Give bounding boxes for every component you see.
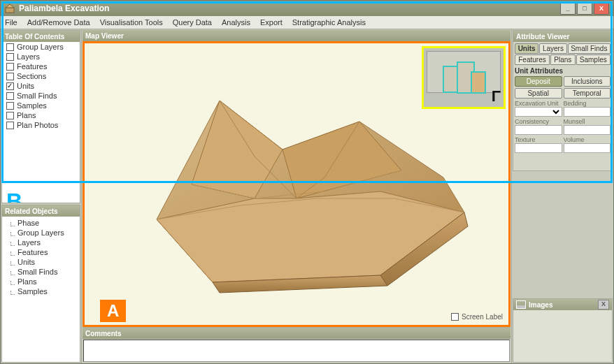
overview-extent-box <box>443 66 458 93</box>
map-viewer-canvas[interactable]: Γ Screen Label A <box>83 41 511 327</box>
attribute-buttons-row2: SpatialTemporal <box>515 88 611 99</box>
tab-plans[interactable]: Plans <box>550 54 576 65</box>
toc-item-label: Plan Photos <box>17 121 58 129</box>
app-icon <box>5 3 15 13</box>
field-excavation-unit: Excavation Unit <box>515 100 562 117</box>
checkbox-icon[interactable] <box>6 122 14 129</box>
related-header: Related Objects <box>2 205 80 217</box>
images-header: Images X <box>513 299 612 310</box>
close-button[interactable]: X <box>594 2 609 15</box>
tab-samples[interactable]: Samples <box>576 54 611 65</box>
menu-bar: File Add/Remove Data Visualisation Tools… <box>1 16 613 29</box>
related-item[interactable]: Small Finds <box>3 267 78 277</box>
checkbox-icon[interactable] <box>6 43 14 51</box>
toc-item[interactable]: Plans <box>2 110 80 120</box>
toc-item[interactable]: Small Finds <box>2 91 80 101</box>
button-deposit[interactable]: Deposit <box>515 76 562 87</box>
checkbox-icon[interactable] <box>6 82 14 90</box>
label-consistency: Consistency <box>515 118 562 125</box>
toc-item-label: Sections <box>17 72 46 80</box>
checkbox-icon[interactable] <box>6 53 14 61</box>
checkbox-icon[interactable] <box>6 92 14 100</box>
button-spatial[interactable]: Spatial <box>515 88 562 99</box>
overview-extent-box <box>471 71 486 94</box>
menu-visualisation-tools[interactable]: Visualisation Tools <box>99 17 164 27</box>
toc-item[interactable]: Features <box>2 61 80 71</box>
maximize-button[interactable]: □ <box>577 2 592 15</box>
checkbox-icon[interactable] <box>6 73 14 80</box>
annotation-marker-G: Γ <box>492 87 501 105</box>
svg-marker-1 <box>6 4 14 8</box>
screen-label-checkbox[interactable] <box>451 313 459 321</box>
related-body[interactable]: PhaseGroup LayersLayersFeaturesUnitsSmal… <box>2 217 80 362</box>
toc-item[interactable]: Layers <box>2 52 80 61</box>
panel-related-objects: Related Objects PhaseGroup LayersLayersF… <box>1 205 80 363</box>
related-item[interactable]: Plans <box>3 277 78 286</box>
related-item[interactable]: Units <box>3 257 78 267</box>
right-column: Attribute Viewer UnitsLayersSmall Finds … <box>511 29 613 363</box>
toc-item-label: Plans <box>17 111 36 119</box>
checkbox-icon[interactable] <box>6 112 14 119</box>
screen-label-toggle[interactable]: Screen Label <box>451 313 503 321</box>
field-bedding: Bedding <box>564 100 611 117</box>
input-consistency[interactable] <box>515 125 562 135</box>
menu-analysis[interactable]: Analysis <box>220 17 252 27</box>
svg-rect-0 <box>6 8 14 13</box>
app-window: Paliambela Excavation _ □ X File Add/Rem… <box>0 0 614 364</box>
button-inclusions[interactable]: Inclusions <box>564 76 611 87</box>
checkbox-icon[interactable] <box>6 102 14 110</box>
tab-units[interactable]: Units <box>515 43 538 54</box>
related-item[interactable]: Samples <box>3 286 78 296</box>
tab-features[interactable]: Features <box>515 54 550 65</box>
toc-item[interactable]: Units <box>2 81 80 91</box>
toc-item-label: Units <box>17 82 34 90</box>
toc-item-label: Samples <box>17 101 47 110</box>
toc-item[interactable]: Samples <box>2 101 80 110</box>
attribute-section-label: Unit Attributes <box>515 66 611 76</box>
label-excavation-unit: Excavation Unit <box>515 100 562 107</box>
button-temporal[interactable]: Temporal <box>564 88 611 99</box>
toc-item[interactable]: Group Layers <box>2 42 80 52</box>
input-volume[interactable] <box>564 143 611 153</box>
menu-stratigraphic-analysis[interactable]: Stratigraphic Analysis <box>291 17 367 27</box>
panel-table-of-contents: Table Of Contents Group LayersLayersFeat… <box>1 30 80 203</box>
label-volume: Volume <box>564 136 611 143</box>
tab-small-finds[interactable]: Small Finds <box>568 43 611 54</box>
screen-label-text: Screen Label <box>462 313 503 321</box>
toc-header: Table Of Contents <box>2 31 80 42</box>
label-texture: Texture <box>515 136 562 143</box>
select-excavation-unit[interactable] <box>515 107 562 117</box>
input-munsell[interactable] <box>564 125 611 135</box>
input-bedding[interactable] <box>564 107 611 117</box>
overview-minimap[interactable]: Γ <box>422 46 506 109</box>
attribute-buttons-row1: DepositInclusions <box>515 76 611 87</box>
toc-body[interactable]: Group LayersLayersFeaturesSectionsUnitsS… <box>2 42 80 203</box>
main-body: Table Of Contents Group LayersLayersFeat… <box>1 29 613 363</box>
toc-item[interactable]: Sections <box>2 71 80 81</box>
minimize-button[interactable]: _ <box>560 2 576 15</box>
menu-export[interactable]: Export <box>259 17 284 27</box>
toc-item[interactable]: Plan Photos <box>2 120 80 130</box>
toc-item-label: Features <box>17 62 47 71</box>
related-item[interactable]: Features <box>3 247 78 257</box>
field-munsell: Munsell <box>564 118 611 135</box>
comments-textarea[interactable] <box>83 340 510 362</box>
app-title: Paliambela Excavation <box>19 3 109 13</box>
map-viewer-header: Map Viewer <box>83 30 511 41</box>
input-texture[interactable] <box>515 143 562 153</box>
images-close-button[interactable]: X <box>598 300 609 310</box>
annotation-marker-B: B <box>6 189 22 203</box>
left-column: Table Of Contents Group LayersLayersFeat… <box>1 29 82 363</box>
field-volume: Volume <box>564 136 611 153</box>
related-item[interactable]: Phase <box>3 218 78 228</box>
related-item[interactable]: Layers <box>3 238 78 247</box>
menu-query-data[interactable]: Query Data <box>171 17 213 27</box>
checkbox-icon[interactable] <box>6 63 14 71</box>
label-bedding: Bedding <box>564 100 611 107</box>
panel-images: Images X <box>513 298 613 363</box>
menu-file[interactable]: File <box>3 17 19 27</box>
menu-add-remove-data[interactable]: Add/Remove Data <box>26 17 92 27</box>
related-item[interactable]: Group Layers <box>3 228 78 238</box>
tab-layers[interactable]: Layers <box>539 43 566 54</box>
images-body[interactable] <box>513 310 612 362</box>
